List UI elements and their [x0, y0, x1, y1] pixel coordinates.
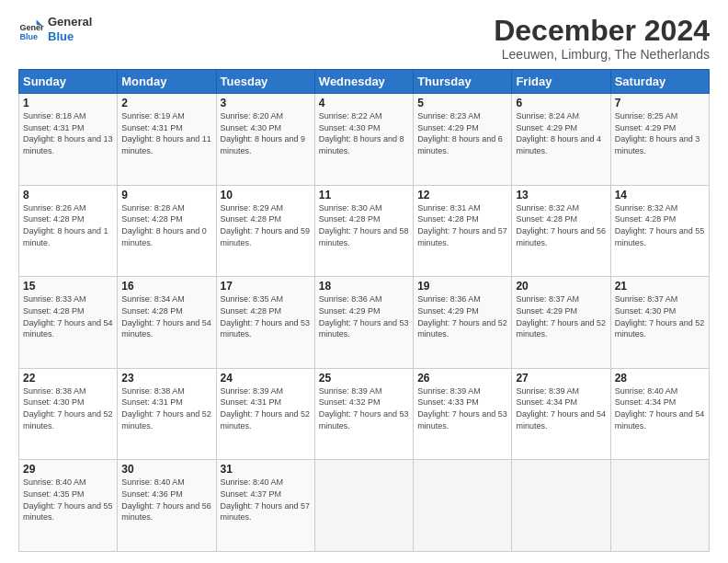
calendar-cell: 22Sunrise: 8:38 AMSunset: 4:30 PMDayligh… — [19, 368, 118, 460]
weekday-sunday: Sunday — [19, 70, 118, 94]
week-row-1: 1Sunrise: 8:18 AMSunset: 4:31 PMDaylight… — [19, 94, 710, 186]
day-number: 23 — [121, 372, 211, 385]
day-number: 30 — [121, 463, 211, 476]
weekday-friday: Friday — [512, 70, 610, 94]
calendar-cell: 29Sunrise: 8:40 AMSunset: 4:35 PMDayligh… — [19, 460, 118, 552]
day-number: 29 — [23, 463, 113, 476]
weekday-wednesday: Wednesday — [314, 70, 413, 94]
logo-blue: Blue — [48, 29, 92, 44]
day-info: Sunrise: 8:31 AMSunset: 4:28 PMDaylight:… — [417, 202, 507, 248]
weekday-tuesday: Tuesday — [216, 70, 314, 94]
calendar-cell: 28Sunrise: 8:40 AMSunset: 4:34 PMDayligh… — [610, 368, 709, 460]
calendar-cell: 5Sunrise: 8:23 AMSunset: 4:29 PMDaylight… — [414, 94, 512, 186]
calendar-cell: 14Sunrise: 8:32 AMSunset: 4:28 PMDayligh… — [610, 185, 709, 277]
weekday-saturday: Saturday — [610, 70, 709, 94]
day-number: 20 — [516, 280, 606, 293]
calendar-cell: 7Sunrise: 8:25 AMSunset: 4:29 PMDaylight… — [610, 94, 709, 186]
day-info: Sunrise: 8:36 AMSunset: 4:29 PMDaylight:… — [417, 293, 507, 339]
day-number: 17 — [221, 280, 311, 293]
day-number: 25 — [319, 372, 409, 385]
day-info: Sunrise: 8:25 AMSunset: 4:29 PMDaylight:… — [615, 110, 705, 156]
day-info: Sunrise: 8:32 AMSunset: 4:28 PMDaylight:… — [615, 202, 705, 248]
day-info: Sunrise: 8:29 AMSunset: 4:28 PMDaylight:… — [221, 202, 311, 248]
day-info: Sunrise: 8:23 AMSunset: 4:29 PMDaylight:… — [417, 110, 507, 156]
calendar-cell: 31Sunrise: 8:40 AMSunset: 4:37 PMDayligh… — [216, 460, 314, 552]
calendar-cell: 4Sunrise: 8:22 AMSunset: 4:30 PMDaylight… — [314, 94, 413, 186]
day-number: 12 — [417, 189, 507, 201]
day-number: 27 — [516, 372, 606, 385]
day-info: Sunrise: 8:24 AMSunset: 4:29 PMDaylight:… — [516, 110, 606, 156]
day-number: 10 — [221, 189, 311, 201]
calendar-cell: 9Sunrise: 8:28 AMSunset: 4:28 PMDaylight… — [118, 185, 216, 277]
day-info: Sunrise: 8:36 AMSunset: 4:29 PMDaylight:… — [319, 293, 409, 339]
day-number: 24 — [221, 372, 311, 385]
day-number: 18 — [319, 280, 409, 293]
day-info: Sunrise: 8:19 AMSunset: 4:31 PMDaylight:… — [121, 110, 211, 156]
day-info: Sunrise: 8:38 AMSunset: 4:31 PMDaylight:… — [121, 385, 211, 431]
calendar-cell: 24Sunrise: 8:39 AMSunset: 4:31 PMDayligh… — [216, 368, 314, 460]
day-number: 21 — [615, 280, 705, 293]
day-number: 5 — [417, 97, 507, 109]
week-row-3: 15Sunrise: 8:33 AMSunset: 4:28 PMDayligh… — [19, 277, 710, 369]
day-number: 3 — [221, 97, 311, 109]
calendar-cell: 25Sunrise: 8:39 AMSunset: 4:32 PMDayligh… — [314, 368, 413, 460]
logo-icon: General Blue — [18, 17, 44, 42]
page: General Blue General Blue December 2024 … — [0, 0, 728, 563]
day-number: 15 — [23, 280, 113, 293]
day-info: Sunrise: 8:39 AMSunset: 4:32 PMDaylight:… — [319, 385, 409, 431]
calendar-cell: 10Sunrise: 8:29 AMSunset: 4:28 PMDayligh… — [216, 185, 314, 277]
calendar-cell: 11Sunrise: 8:30 AMSunset: 4:28 PMDayligh… — [314, 185, 413, 277]
day-info: Sunrise: 8:28 AMSunset: 4:28 PMDaylight:… — [121, 202, 211, 248]
calendar-cell: 15Sunrise: 8:33 AMSunset: 4:28 PMDayligh… — [19, 277, 118, 369]
day-info: Sunrise: 8:30 AMSunset: 4:28 PMDaylight:… — [319, 202, 409, 248]
day-number: 26 — [417, 372, 507, 385]
day-info: Sunrise: 8:33 AMSunset: 4:28 PMDaylight:… — [23, 293, 113, 339]
day-number: 7 — [615, 97, 705, 109]
day-info: Sunrise: 8:26 AMSunset: 4:28 PMDaylight:… — [23, 202, 113, 248]
calendar-cell: 30Sunrise: 8:40 AMSunset: 4:36 PMDayligh… — [118, 460, 216, 552]
svg-text:Blue: Blue — [19, 32, 38, 41]
weekday-monday: Monday — [118, 70, 216, 94]
week-row-5: 29Sunrise: 8:40 AMSunset: 4:35 PMDayligh… — [19, 460, 710, 552]
calendar-cell: 19Sunrise: 8:36 AMSunset: 4:29 PMDayligh… — [414, 277, 512, 369]
calendar-cell: 16Sunrise: 8:34 AMSunset: 4:28 PMDayligh… — [118, 277, 216, 369]
calendar: SundayMondayTuesdayWednesdayThursdayFrid… — [18, 69, 710, 552]
day-info: Sunrise: 8:18 AMSunset: 4:31 PMDaylight:… — [23, 110, 113, 156]
day-info: Sunrise: 8:39 AMSunset: 4:34 PMDaylight:… — [516, 385, 606, 431]
calendar-cell — [512, 460, 610, 552]
calendar-cell: 21Sunrise: 8:37 AMSunset: 4:30 PMDayligh… — [610, 277, 709, 369]
day-number: 1 — [23, 97, 113, 109]
day-info: Sunrise: 8:34 AMSunset: 4:28 PMDaylight:… — [121, 293, 211, 339]
month-title: December 2024 — [494, 15, 710, 47]
day-info: Sunrise: 8:20 AMSunset: 4:30 PMDaylight:… — [221, 110, 311, 156]
calendar-cell: 17Sunrise: 8:35 AMSunset: 4:28 PMDayligh… — [216, 277, 314, 369]
calendar-cell — [610, 460, 709, 552]
week-row-4: 22Sunrise: 8:38 AMSunset: 4:30 PMDayligh… — [19, 368, 710, 460]
day-info: Sunrise: 8:32 AMSunset: 4:28 PMDaylight:… — [516, 202, 606, 248]
day-info: Sunrise: 8:22 AMSunset: 4:30 PMDaylight:… — [319, 110, 409, 156]
day-number: 31 — [221, 463, 311, 476]
calendar-cell: 20Sunrise: 8:37 AMSunset: 4:29 PMDayligh… — [512, 277, 610, 369]
day-info: Sunrise: 8:40 AMSunset: 4:34 PMDaylight:… — [615, 385, 705, 431]
calendar-cell: 23Sunrise: 8:38 AMSunset: 4:31 PMDayligh… — [118, 368, 216, 460]
day-info: Sunrise: 8:40 AMSunset: 4:36 PMDaylight:… — [121, 477, 211, 523]
day-number: 19 — [417, 280, 507, 293]
weekday-header-row: SundayMondayTuesdayWednesdayThursdayFrid… — [19, 70, 710, 94]
calendar-cell: 1Sunrise: 8:18 AMSunset: 4:31 PMDaylight… — [19, 94, 118, 186]
day-info: Sunrise: 8:40 AMSunset: 4:35 PMDaylight:… — [23, 477, 113, 523]
day-number: 11 — [319, 189, 409, 201]
calendar-cell: 27Sunrise: 8:39 AMSunset: 4:34 PMDayligh… — [512, 368, 610, 460]
logo-general: General — [48, 15, 92, 29]
day-number: 14 — [615, 189, 705, 201]
weekday-thursday: Thursday — [414, 70, 512, 94]
calendar-cell: 6Sunrise: 8:24 AMSunset: 4:29 PMDaylight… — [512, 94, 610, 186]
week-row-2: 8Sunrise: 8:26 AMSunset: 4:28 PMDaylight… — [19, 185, 710, 277]
calendar-cell: 2Sunrise: 8:19 AMSunset: 4:31 PMDaylight… — [118, 94, 216, 186]
day-number: 9 — [121, 189, 211, 201]
day-number: 28 — [615, 372, 705, 385]
day-number: 13 — [516, 189, 606, 201]
day-info: Sunrise: 8:37 AMSunset: 4:29 PMDaylight:… — [516, 293, 606, 339]
day-info: Sunrise: 8:40 AMSunset: 4:37 PMDaylight:… — [221, 477, 311, 523]
calendar-cell — [414, 460, 512, 552]
day-number: 22 — [23, 372, 113, 385]
